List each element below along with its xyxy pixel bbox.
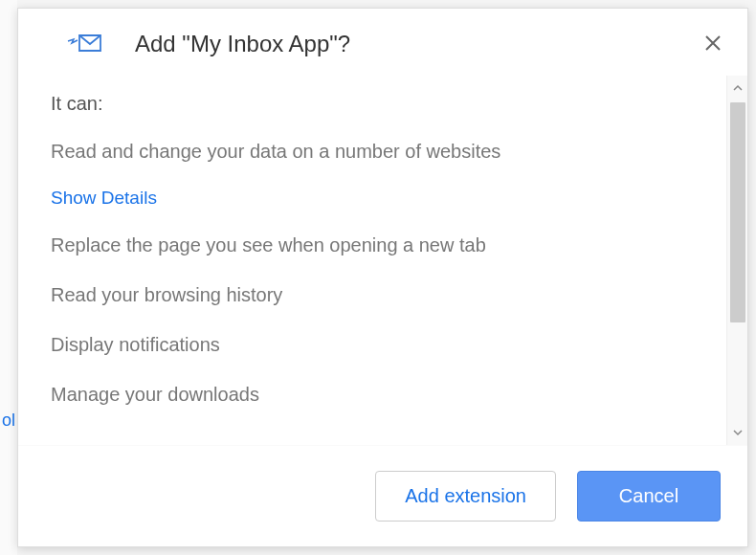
dialog-title: Add "My Inbox App"? [135, 31, 350, 57]
extension-envelope-icon [66, 30, 104, 58]
dialog-header: Add "My Inbox App"? [18, 9, 747, 76]
scrollbar[interactable] [726, 76, 747, 445]
permission-downloads: Manage your downloads [51, 381, 694, 408]
scroll-down-button[interactable] [727, 422, 747, 443]
chevron-down-icon [732, 427, 744, 438]
permission-read-change-data: Read and change your data on a number of… [51, 138, 694, 165]
add-extension-button[interactable]: Add extension [375, 471, 556, 522]
cancel-button[interactable]: Cancel [577, 471, 721, 522]
dialog-body: It can: Read and change your data on a n… [18, 76, 747, 445]
it-can-label: It can: [51, 93, 694, 115]
extension-install-dialog: Add "My Inbox App"? It can: Read and cha… [17, 8, 748, 547]
scroll-thumb[interactable] [730, 102, 745, 322]
background-page-edge: ol [0, 0, 17, 555]
permissions-list: It can: Read and change your data on a n… [18, 76, 726, 445]
permission-notifications: Display notifications [51, 331, 694, 358]
scroll-up-button[interactable] [727, 78, 747, 99]
close-icon [704, 34, 722, 52]
background-text-fragment: ol [2, 411, 15, 431]
chevron-up-icon [732, 82, 744, 94]
permission-browsing-history: Read your browsing history [51, 281, 694, 308]
permission-replace-newtab: Replace the page you see when opening a … [51, 232, 694, 258]
dialog-footer: Add extension Cancel [18, 445, 747, 546]
show-details-link[interactable]: Show Details [51, 188, 694, 209]
close-button[interactable] [701, 32, 724, 55]
